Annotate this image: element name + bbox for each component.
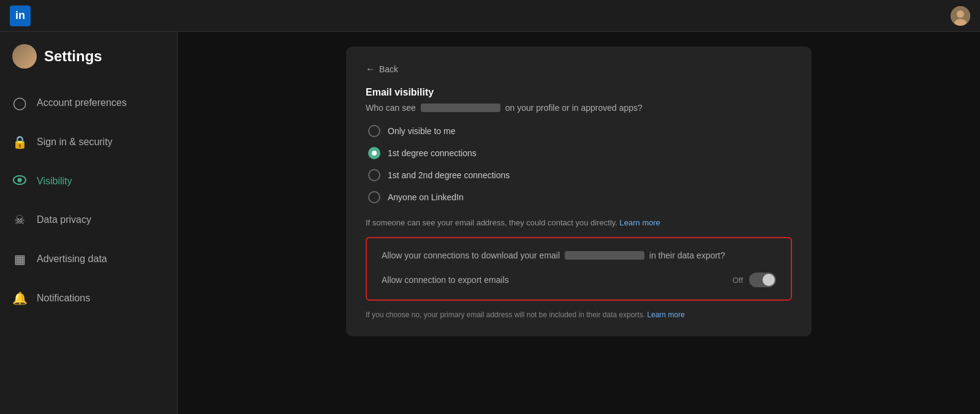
sidebar-label-account-preferences: Account preferences xyxy=(37,97,127,108)
section-description: Who can see on your profile or in approv… xyxy=(366,103,792,113)
radio-item-first-degree[interactable]: 1st degree connections xyxy=(368,147,792,159)
sidebar-label-data-privacy: Data privacy xyxy=(37,214,91,225)
linkedin-logo[interactable]: in xyxy=(10,6,31,26)
radio-label-first-degree: 1st degree connections xyxy=(388,148,477,158)
settings-title: Settings xyxy=(44,48,102,65)
lock-icon: 🔒 xyxy=(12,135,27,149)
bell-icon: 🔔 xyxy=(12,291,27,306)
settings-card: ← Back Email visibility Who can see on y… xyxy=(346,47,812,336)
info-text-content: If someone can see your email address, t… xyxy=(366,218,617,227)
toggle-thumb xyxy=(763,274,775,286)
person-icon: ◯ xyxy=(12,96,27,110)
radio-label-first-second: 1st and 2nd degree connections xyxy=(388,170,510,180)
sidebar-avatar xyxy=(12,44,37,69)
sidebar-item-notifications[interactable]: 🔔 Notifications xyxy=(0,279,177,318)
radio-circle-first-degree xyxy=(368,147,380,159)
desc-prefix: Who can see xyxy=(366,103,416,113)
radio-label-only-me: Only visible to me xyxy=(388,126,455,136)
sidebar: Settings ◯ Account preferences 🔒 Sign in… xyxy=(0,32,178,414)
sidebar-label-sign-in-security: Sign in & security xyxy=(37,137,113,148)
desc-suffix: on your profile or in approved apps? xyxy=(505,103,643,113)
radio-item-only-me[interactable]: Only visible to me xyxy=(368,125,792,137)
settings-header: Settings xyxy=(0,44,177,83)
sidebar-item-account-preferences[interactable]: ◯ Account preferences xyxy=(0,83,177,122)
email-redacted xyxy=(421,104,500,112)
sidebar-label-visibility: Visibility xyxy=(37,176,72,187)
radio-circle-first-second xyxy=(368,169,380,181)
back-label: Back xyxy=(379,64,398,74)
sidebar-label-advertising-data: Advertising data xyxy=(37,254,107,265)
back-button[interactable]: ← Back xyxy=(366,64,792,75)
footer-text: If you choose no, your primary email add… xyxy=(366,310,792,319)
email-redacted-2 xyxy=(565,251,644,260)
main-layout: Settings ◯ Account preferences 🔒 Sign in… xyxy=(0,32,980,414)
toggle-row: Allow connection to export emails Off xyxy=(382,273,776,287)
download-email-text: Allow your connections to download your … xyxy=(382,250,776,260)
radio-group-visibility: Only visible to me 1st degree connection… xyxy=(366,125,792,203)
top-navigation: in xyxy=(0,0,980,32)
highlight-box: Allow your connections to download your … xyxy=(366,237,792,301)
toggle-right: Off xyxy=(733,273,776,287)
toggle-switch-export[interactable] xyxy=(749,273,776,287)
user-avatar[interactable] xyxy=(951,6,970,26)
section-title: Email visibility xyxy=(366,87,792,98)
sidebar-item-advertising-data[interactable]: ▦ Advertising data xyxy=(0,239,177,279)
svg-point-4 xyxy=(18,178,22,183)
sidebar-item-data-privacy[interactable]: ☠ Data privacy xyxy=(0,200,177,239)
radio-circle-only-me xyxy=(368,125,380,137)
radio-label-anyone: Anyone on LinkedIn xyxy=(388,192,464,202)
back-arrow-icon: ← xyxy=(366,64,375,75)
download-text-prefix: Allow your connections to download your … xyxy=(382,250,560,260)
shield-icon: ☠ xyxy=(12,213,27,227)
download-text-suffix: in their data export? xyxy=(649,250,725,260)
learn-more-link-export[interactable]: Learn more xyxy=(647,310,685,319)
sidebar-label-notifications: Notifications xyxy=(37,293,90,304)
avatar-image xyxy=(951,6,970,26)
learn-more-link-visibility[interactable]: Learn more xyxy=(620,218,660,227)
content-area: ← Back Email visibility Who can see on y… xyxy=(178,32,980,414)
svg-point-1 xyxy=(957,10,964,18)
sidebar-item-sign-in-security[interactable]: 🔒 Sign in & security xyxy=(0,122,177,162)
radio-circle-anyone xyxy=(368,191,380,203)
sidebar-item-visibility[interactable]: Visibility xyxy=(0,162,177,200)
eye-icon xyxy=(12,174,27,188)
chart-icon: ▦ xyxy=(12,252,27,266)
radio-item-first-second[interactable]: 1st and 2nd degree connections xyxy=(368,169,792,181)
toggle-off-label: Off xyxy=(733,276,743,285)
logo-text: in xyxy=(15,9,25,22)
radio-item-anyone[interactable]: Anyone on LinkedIn xyxy=(368,191,792,203)
footer-text-content: If you choose no, your primary email add… xyxy=(366,310,645,319)
toggle-label: Allow connection to export emails xyxy=(382,275,509,285)
info-text: If someone can see your email address, t… xyxy=(366,218,792,227)
